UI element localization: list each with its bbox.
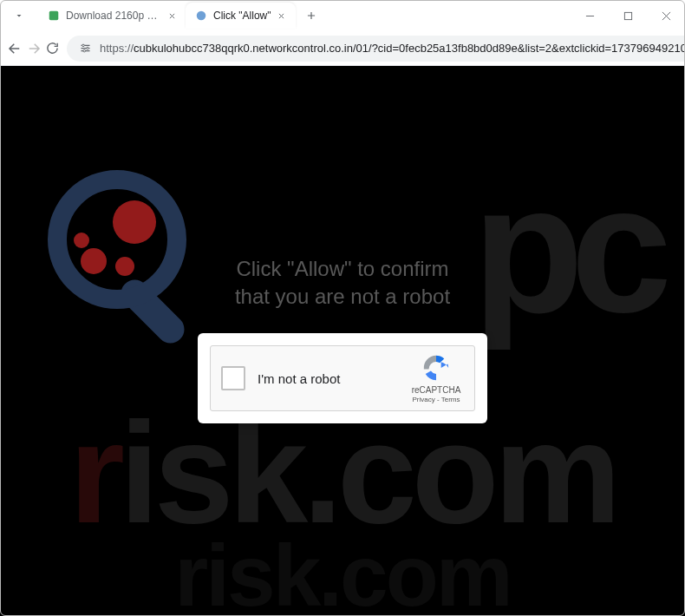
tab-search-dropdown[interactable] [7, 3, 31, 28]
chevron-down-icon [14, 10, 24, 21]
tab-close-button[interactable] [165, 9, 179, 23]
captcha-widget[interactable]: I'm not a robot reCAPTCHA Privacy - Term… [210, 345, 475, 411]
new-tab-button[interactable] [299, 3, 323, 28]
tab-title: Download 2160p 4K YIFY Movi… [66, 10, 161, 22]
svg-point-4 [86, 47, 88, 49]
arrow-right-icon [26, 41, 42, 56]
svg-point-3 [82, 44, 84, 47]
favicon-icon [47, 9, 61, 23]
captcha-checkbox[interactable] [221, 366, 245, 390]
reload-button[interactable] [45, 35, 60, 62]
maximize-icon [623, 11, 633, 21]
forward-button[interactable] [26, 35, 42, 62]
prompt-text: Click "Allow" to confirm that you are no… [0, 255, 685, 311]
svg-rect-0 [49, 11, 59, 21]
plus-icon [305, 10, 317, 22]
tab-active[interactable]: Click "Allow" [186, 3, 296, 29]
captcha-card: I'm not a robot reCAPTCHA Privacy - Term… [198, 333, 487, 423]
background-graphic-letters: pc [473, 144, 659, 354]
recaptcha-icon [421, 353, 451, 383]
arrow-left-icon [7, 41, 23, 56]
tab-title: Click "Allow" [213, 10, 271, 22]
back-button[interactable] [7, 35, 23, 62]
favicon-icon [194, 9, 208, 23]
minimize-icon [585, 11, 595, 21]
maximize-button[interactable] [609, 0, 647, 31]
address-bar[interactable]: https://cubkulohubcc738qqrk0.networkcont… [67, 36, 685, 62]
titlebar: Download 2160p 4K YIFY Movi… Click "Allo… [0, 0, 685, 31]
close-icon [277, 12, 285, 20]
svg-point-1 [197, 11, 206, 21]
tune-icon [79, 42, 92, 55]
minimize-button[interactable] [571, 0, 609, 31]
svg-rect-2 [624, 12, 631, 19]
tab-close-button[interactable] [275, 9, 289, 23]
recaptcha-logo: reCAPTCHA Privacy - Terms [408, 353, 464, 403]
toolbar: https://cubkulohubcc738qqrk0.networkcont… [0, 31, 685, 66]
url-text: https://cubkulohubcc738qqrk0.networkcont… [100, 42, 685, 55]
page-content: pc Click "Allow" to confirm that you are… [0, 66, 685, 616]
close-window-button[interactable] [647, 0, 685, 31]
reload-icon [45, 41, 60, 56]
tab-inactive-1[interactable]: Download 2160p 4K YIFY Movi… [38, 3, 186, 29]
site-info-button[interactable] [77, 41, 93, 56]
close-icon [662, 11, 671, 21]
watermark-text-secondary: risk.com [0, 526, 685, 616]
close-icon [168, 12, 176, 20]
svg-point-5 [83, 49, 86, 52]
captcha-label: I'm not a robot [258, 371, 408, 386]
